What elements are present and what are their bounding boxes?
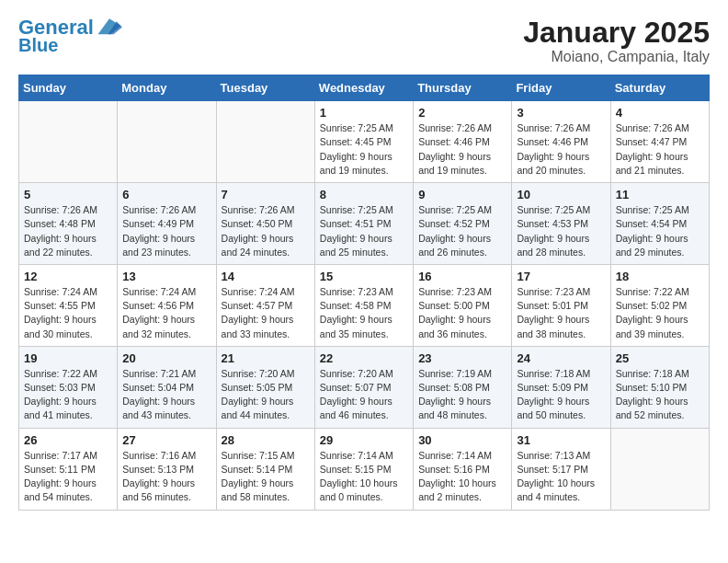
day-number: 20: [122, 351, 210, 365]
day-info: Sunrise: 7:26 AMSunset: 4:47 PMDaylight:…: [616, 121, 704, 178]
calendar-cell: [610, 428, 709, 510]
calendar-cell: 26Sunrise: 7:17 AMSunset: 5:11 PMDayligh…: [19, 428, 118, 510]
day-number: 19: [24, 351, 112, 365]
day-number: 11: [616, 188, 704, 201]
weekday-header-friday: Friday: [512, 75, 610, 101]
calendar-cell: [19, 101, 118, 183]
day-number: 25: [616, 351, 704, 365]
day-number: 2: [418, 106, 506, 120]
week-row-2: 5Sunrise: 7:26 AMSunset: 4:48 PMDaylight…: [19, 183, 710, 265]
day-number: 1: [320, 106, 408, 120]
day-number: 9: [418, 188, 506, 201]
calendar-cell: 28Sunrise: 7:15 AMSunset: 5:14 PMDayligh…: [216, 428, 314, 510]
week-row-5: 26Sunrise: 7:17 AMSunset: 5:11 PMDayligh…: [19, 428, 710, 510]
day-number: 24: [517, 351, 605, 365]
calendar-cell: 14Sunrise: 7:24 AMSunset: 4:57 PMDayligh…: [216, 264, 314, 346]
day-number: 3: [517, 106, 605, 120]
day-number: 27: [122, 433, 210, 447]
day-info: Sunrise: 7:26 AMSunset: 4:50 PMDaylight:…: [222, 203, 310, 259]
calendar-cell: 8Sunrise: 7:25 AMSunset: 4:51 PMDaylight…: [314, 183, 413, 265]
day-info: Sunrise: 7:14 AMSunset: 5:16 PMDaylight:…: [418, 449, 506, 505]
day-info: Sunrise: 7:20 AMSunset: 5:05 PMDaylight:…: [222, 367, 310, 423]
day-info: Sunrise: 7:15 AMSunset: 5:14 PMDaylight:…: [222, 449, 310, 505]
calendar-cell: 12Sunrise: 7:24 AMSunset: 4:55 PMDayligh…: [19, 264, 118, 346]
weekday-header-tuesday: Tuesday: [216, 75, 314, 101]
day-info: Sunrise: 7:25 AMSunset: 4:53 PMDaylight:…: [517, 203, 605, 259]
calendar-cell: 27Sunrise: 7:16 AMSunset: 5:13 PMDayligh…: [118, 428, 216, 510]
day-info: Sunrise: 7:19 AMSunset: 5:08 PMDaylight:…: [418, 367, 506, 423]
day-info: Sunrise: 7:18 AMSunset: 5:09 PMDaylight:…: [517, 367, 605, 423]
day-number: 21: [222, 351, 310, 365]
weekday-header-monday: Monday: [118, 75, 216, 101]
day-number: 17: [517, 270, 605, 283]
logo: General Blue: [18, 17, 122, 55]
day-info: Sunrise: 7:23 AMSunset: 4:58 PMDaylight:…: [320, 285, 408, 341]
week-row-3: 12Sunrise: 7:24 AMSunset: 4:55 PMDayligh…: [19, 264, 710, 346]
calendar-cell: 21Sunrise: 7:20 AMSunset: 5:05 PMDayligh…: [216, 346, 314, 428]
calendar-cell: 23Sunrise: 7:19 AMSunset: 5:08 PMDayligh…: [414, 346, 512, 428]
day-number: 23: [418, 351, 506, 365]
day-number: 8: [320, 188, 408, 201]
title-block: January 2025 Moiano, Campania, Italy: [523, 17, 710, 65]
day-number: 13: [122, 270, 210, 283]
day-number: 10: [517, 188, 605, 201]
day-number: 29: [320, 433, 408, 447]
calendar-cell: 15Sunrise: 7:23 AMSunset: 4:58 PMDayligh…: [314, 264, 413, 346]
calendar-cell: 29Sunrise: 7:14 AMSunset: 5:15 PMDayligh…: [314, 428, 413, 510]
day-info: Sunrise: 7:25 AMSunset: 4:52 PMDaylight:…: [418, 203, 506, 259]
day-info: Sunrise: 7:25 AMSunset: 4:51 PMDaylight:…: [320, 203, 408, 259]
calendar-cell: 31Sunrise: 7:13 AMSunset: 5:17 PMDayligh…: [512, 428, 610, 510]
day-number: 31: [517, 433, 605, 447]
day-info: Sunrise: 7:26 AMSunset: 4:48 PMDaylight:…: [24, 203, 112, 259]
calendar-title: January 2025: [523, 17, 710, 49]
calendar-cell: 5Sunrise: 7:26 AMSunset: 4:48 PMDaylight…: [19, 183, 118, 265]
calendar-cell: 10Sunrise: 7:25 AMSunset: 4:53 PMDayligh…: [512, 183, 610, 265]
calendar-cell: 3Sunrise: 7:26 AMSunset: 4:46 PMDaylight…: [512, 101, 610, 183]
calendar-cell: 1Sunrise: 7:25 AMSunset: 4:45 PMDaylight…: [314, 101, 413, 183]
day-info: Sunrise: 7:24 AMSunset: 4:57 PMDaylight:…: [222, 285, 310, 341]
day-number: 4: [616, 106, 704, 120]
day-info: Sunrise: 7:22 AMSunset: 5:02 PMDaylight:…: [616, 285, 704, 341]
day-info: Sunrise: 7:23 AMSunset: 5:01 PMDaylight:…: [517, 285, 605, 341]
week-row-4: 19Sunrise: 7:22 AMSunset: 5:03 PMDayligh…: [19, 346, 710, 428]
day-number: 15: [320, 270, 408, 283]
day-number: 30: [418, 433, 506, 447]
day-number: 26: [24, 433, 112, 447]
day-info: Sunrise: 7:16 AMSunset: 5:13 PMDaylight:…: [122, 449, 210, 505]
calendar-cell: 19Sunrise: 7:22 AMSunset: 5:03 PMDayligh…: [19, 346, 118, 428]
day-info: Sunrise: 7:13 AMSunset: 5:17 PMDaylight:…: [517, 449, 605, 505]
day-number: 7: [222, 188, 310, 201]
calendar-cell: 20Sunrise: 7:21 AMSunset: 5:04 PMDayligh…: [118, 346, 216, 428]
day-info: Sunrise: 7:24 AMSunset: 4:56 PMDaylight:…: [122, 285, 210, 341]
day-number: 28: [222, 433, 310, 447]
page: General Blue January 2025 Moiano, Campan…: [0, 0, 728, 527]
day-info: Sunrise: 7:18 AMSunset: 5:10 PMDaylight:…: [616, 367, 704, 423]
day-info: Sunrise: 7:23 AMSunset: 5:00 PMDaylight:…: [418, 285, 506, 341]
calendar-cell: 16Sunrise: 7:23 AMSunset: 5:00 PMDayligh…: [414, 264, 512, 346]
weekday-header-wednesday: Wednesday: [314, 75, 413, 101]
calendar-subtitle: Moiano, Campania, Italy: [523, 49, 710, 65]
day-info: Sunrise: 7:17 AMSunset: 5:11 PMDaylight:…: [24, 449, 112, 505]
calendar-cell: 2Sunrise: 7:26 AMSunset: 4:46 PMDaylight…: [414, 101, 512, 183]
calendar-cell: [118, 101, 216, 183]
calendar-cell: 24Sunrise: 7:18 AMSunset: 5:09 PMDayligh…: [512, 346, 610, 428]
weekday-header-thursday: Thursday: [414, 75, 512, 101]
day-info: Sunrise: 7:14 AMSunset: 5:15 PMDaylight:…: [320, 449, 408, 505]
calendar-cell: 9Sunrise: 7:25 AMSunset: 4:52 PMDaylight…: [414, 183, 512, 265]
calendar-cell: 7Sunrise: 7:26 AMSunset: 4:50 PMDaylight…: [216, 183, 314, 265]
calendar-cell: 25Sunrise: 7:18 AMSunset: 5:10 PMDayligh…: [610, 346, 709, 428]
day-info: Sunrise: 7:21 AMSunset: 5:04 PMDaylight:…: [122, 367, 210, 423]
calendar-cell: 30Sunrise: 7:14 AMSunset: 5:16 PMDayligh…: [414, 428, 512, 510]
logo-blue: Blue: [18, 35, 58, 55]
calendar-cell: 13Sunrise: 7:24 AMSunset: 4:56 PMDayligh…: [118, 264, 216, 346]
header: General Blue January 2025 Moiano, Campan…: [18, 17, 710, 65]
day-number: 18: [616, 270, 704, 283]
day-info: Sunrise: 7:20 AMSunset: 5:07 PMDaylight:…: [320, 367, 408, 423]
day-number: 22: [320, 351, 408, 365]
calendar-cell: 6Sunrise: 7:26 AMSunset: 4:49 PMDaylight…: [118, 183, 216, 265]
calendar-cell: 17Sunrise: 7:23 AMSunset: 5:01 PMDayligh…: [512, 264, 610, 346]
day-number: 5: [24, 188, 112, 201]
day-info: Sunrise: 7:22 AMSunset: 5:03 PMDaylight:…: [24, 367, 112, 423]
weekday-header-row: SundayMondayTuesdayWednesdayThursdayFrid…: [19, 75, 710, 101]
calendar-cell: 11Sunrise: 7:25 AMSunset: 4:54 PMDayligh…: [610, 183, 709, 265]
